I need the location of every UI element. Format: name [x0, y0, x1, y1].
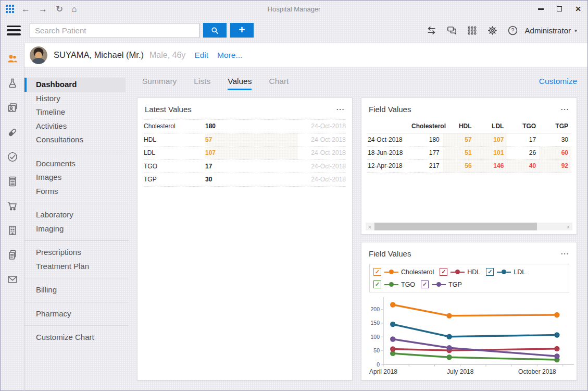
- menu-item-treatment-plan[interactable]: Treatment Plan: [24, 260, 135, 274]
- legend-checkbox[interactable]: ✓: [373, 268, 381, 276]
- table-cell: 51: [443, 146, 475, 160]
- menu-item-images[interactable]: Images: [24, 170, 135, 185]
- toolbar: + ? Administrator ▾: [1, 17, 587, 43]
- svg-text:July 2018: July 2018: [447, 368, 474, 375]
- menu-hamburger-icon[interactable]: [7, 26, 21, 35]
- menu-item-customize-chart[interactable]: Customize Chart: [24, 331, 135, 345]
- svg-text:50: 50: [373, 347, 380, 353]
- latest-value-row[interactable]: TGP3024-Oct-2018: [144, 173, 346, 187]
- menu-divider: [24, 325, 129, 326]
- card-menu-icon[interactable]: ···: [561, 108, 569, 111]
- menu-item-timeline[interactable]: Timeline: [24, 105, 135, 119]
- home-icon[interactable]: ⌂: [71, 5, 77, 14]
- value-label: Cholesterol: [144, 123, 205, 130]
- facility-building-icon[interactable]: [2, 218, 23, 242]
- patient-photo-icon[interactable]: [2, 95, 23, 120]
- legend-item-tgp[interactable]: ✓TGP: [421, 279, 462, 290]
- scroll-right-icon[interactable]: ›: [564, 223, 572, 230]
- menu-item-billing[interactable]: Billing: [24, 283, 135, 297]
- patients-icon[interactable]: [2, 46, 23, 71]
- window-title: Hospital Manager: [1, 5, 587, 13]
- menu-item-dashboard[interactable]: Dashboard: [24, 78, 126, 92]
- sync-icon[interactable]: [425, 23, 439, 37]
- latest-value-row[interactable]: LDL10724-Oct-2018: [144, 146, 346, 160]
- table-row[interactable]: 24-Oct-2018180571071730: [367, 133, 571, 146]
- legend-item-ldl[interactable]: ✓LDL: [486, 266, 526, 277]
- value-date: 24-Oct-2018: [298, 123, 346, 130]
- legend-label: Cholesterol: [401, 268, 434, 276]
- latest-values-title: Latest Values: [145, 105, 192, 114]
- help-icon[interactable]: ?: [506, 23, 520, 37]
- refresh-icon[interactable]: ↻: [56, 5, 63, 14]
- horizontal-scrollbar[interactable]: ‹ ›: [366, 223, 572, 230]
- settings-gear-icon[interactable]: [486, 23, 499, 37]
- value-number: 57: [205, 136, 212, 143]
- customize-link[interactable]: Customize: [539, 77, 577, 86]
- tab-chart[interactable]: Chart: [269, 77, 289, 89]
- table-row[interactable]: 18-Jun-2018177511012660: [367, 146, 571, 160]
- legend-item-tgo[interactable]: ✓TGO: [373, 279, 415, 290]
- edit-patient-link[interactable]: Edit: [194, 51, 208, 60]
- messages-icon[interactable]: [445, 23, 459, 37]
- column-header-ldl: LDL: [475, 120, 507, 133]
- documents-copy-icon[interactable]: [2, 242, 23, 267]
- menu-item-prescriptions[interactable]: Prescriptions: [24, 246, 135, 260]
- series-swatch-icon: [384, 282, 398, 287]
- menu-item-pharmacy[interactable]: Pharmacy: [24, 307, 135, 321]
- back-icon[interactable]: ←: [21, 5, 30, 14]
- patient-avatar[interactable]: [30, 46, 47, 64]
- value-cell: 17: [205, 160, 298, 173]
- scrollbar-track[interactable]: [374, 223, 564, 230]
- menu-item-consultations[interactable]: Consultations: [24, 133, 135, 147]
- scrollbar-thumb[interactable]: [374, 223, 537, 230]
- legend-checkbox[interactable]: ✓: [421, 280, 429, 288]
- add-patient-button[interactable]: +: [230, 23, 254, 38]
- menu-item-imaging[interactable]: Imaging: [24, 222, 135, 236]
- card-menu-icon[interactable]: ···: [561, 252, 569, 255]
- legend-item-cholesterol[interactable]: ✓Cholesterol: [373, 266, 434, 277]
- user-menu[interactable]: Administrator ▾: [525, 26, 577, 35]
- menu-item-history[interactable]: History: [24, 92, 135, 106]
- tab-summary[interactable]: Summary: [142, 77, 177, 89]
- column-header-cholesterol: Cholesterol: [410, 120, 443, 133]
- menu-item-forms[interactable]: Forms: [24, 185, 135, 199]
- search-input[interactable]: [30, 23, 199, 38]
- apps-grid-icon[interactable]: [466, 23, 479, 37]
- legend-checkbox[interactable]: ✓: [440, 268, 447, 276]
- legend-checkbox[interactable]: ✓: [486, 268, 494, 276]
- forward-icon[interactable]: →: [39, 5, 47, 14]
- medication-pill-icon[interactable]: [2, 120, 23, 144]
- more-patient-link[interactable]: More...: [217, 51, 242, 60]
- value-number: 30: [205, 176, 212, 183]
- tasks-check-icon[interactable]: [2, 144, 23, 169]
- maximize-button[interactable]: [550, 2, 569, 16]
- svg-text:200: 200: [370, 306, 380, 312]
- latest-value-row[interactable]: HDL5724-Oct-2018: [144, 133, 346, 147]
- legend-item-hdl[interactable]: ✓HDL: [440, 266, 480, 277]
- legend-label: LDL: [514, 268, 526, 276]
- menu-item-activities[interactable]: Activities: [24, 119, 135, 133]
- value-cell: 57: [205, 133, 298, 146]
- tab-lists[interactable]: Lists: [194, 77, 210, 89]
- menu-divider: [24, 240, 129, 241]
- svg-text:April 2018: April 2018: [369, 368, 397, 375]
- value-label: TGO: [144, 163, 205, 170]
- latest-value-row[interactable]: TGO1724-Oct-2018: [144, 160, 346, 174]
- scroll-left-icon[interactable]: ‹: [366, 223, 374, 230]
- menu-item-documents[interactable]: Documents: [24, 157, 135, 171]
- card-menu-icon[interactable]: ···: [336, 108, 345, 111]
- tabs-bar: SummaryListsValuesChartCustomize: [137, 77, 577, 91]
- minimize-button[interactable]: [531, 2, 550, 16]
- calculator-icon[interactable]: [2, 169, 23, 193]
- close-button[interactable]: ✕: [569, 2, 587, 16]
- latest-value-row[interactable]: Cholesterol18024-Oct-2018: [144, 120, 346, 133]
- search-button[interactable]: [203, 23, 227, 38]
- table-row[interactable]: 12-Apr-2018217561464092: [367, 160, 571, 173]
- laboratory-flask-icon[interactable]: [2, 71, 23, 95]
- legend-checkbox[interactable]: ✓: [373, 280, 381, 288]
- menu-item-laboratory[interactable]: Laboratory: [24, 208, 135, 222]
- mail-envelope-icon[interactable]: [2, 267, 23, 291]
- value-cell: 107: [205, 146, 298, 160]
- tab-values[interactable]: Values: [228, 77, 252, 90]
- orders-cart-icon[interactable]: [2, 193, 23, 218]
